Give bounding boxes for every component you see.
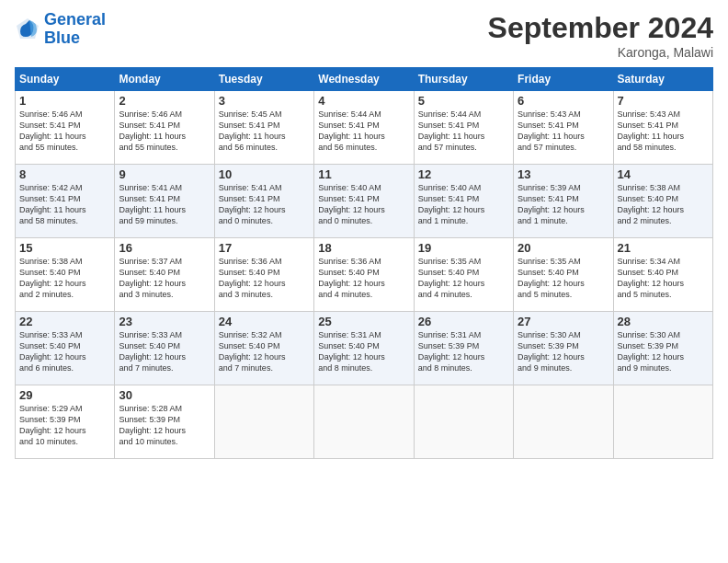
day-number: 6	[518, 94, 609, 108]
day-number: 23	[119, 315, 210, 328]
day-number: 11	[318, 167, 409, 181]
subtitle: Karonga, Malawi	[488, 45, 713, 60]
day-number: 8	[19, 167, 110, 181]
table-row	[314, 385, 414, 459]
table-row: 27Sunrise: 5:30 AM Sunset: 5:39 PM Dayli…	[514, 312, 613, 385]
day-number: 19	[418, 241, 509, 255]
table-row: 12Sunrise: 5:40 AM Sunset: 5:41 PM Dayli…	[414, 165, 513, 238]
cell-info: Sunrise: 5:44 AM Sunset: 5:41 PM Dayligh…	[418, 109, 509, 154]
table-row: 11Sunrise: 5:40 AM Sunset: 5:41 PM Dayli…	[314, 165, 414, 238]
table-row: 4Sunrise: 5:44 AM Sunset: 5:41 PM Daylig…	[314, 91, 414, 165]
table-row: 19Sunrise: 5:35 AM Sunset: 5:40 PM Dayli…	[414, 238, 513, 312]
cell-info: Sunrise: 5:33 AM Sunset: 5:40 PM Dayligh…	[19, 329, 110, 374]
week-row-2: 8Sunrise: 5:42 AM Sunset: 5:41 PM Daylig…	[16, 165, 713, 238]
cell-info: Sunrise: 5:38 AM Sunset: 5:40 PM Dayligh…	[618, 182, 709, 227]
day-number: 22	[19, 315, 110, 328]
cell-info: Sunrise: 5:28 AM Sunset: 5:39 PM Dayligh…	[119, 403, 210, 448]
cell-info: Sunrise: 5:36 AM Sunset: 5:40 PM Dayligh…	[318, 256, 409, 301]
table-row: 21Sunrise: 5:34 AM Sunset: 5:40 PM Dayli…	[613, 238, 712, 312]
cell-info: Sunrise: 5:42 AM Sunset: 5:41 PM Dayligh…	[19, 182, 110, 227]
table-row: 1Sunrise: 5:46 AM Sunset: 5:41 PM Daylig…	[16, 91, 115, 165]
day-number: 20	[518, 241, 609, 255]
table-row: 17Sunrise: 5:36 AM Sunset: 5:40 PM Dayli…	[214, 238, 313, 312]
col-header-monday: Monday	[115, 68, 214, 91]
cell-info: Sunrise: 5:31 AM Sunset: 5:39 PM Dayligh…	[418, 329, 509, 374]
day-number: 24	[219, 315, 310, 328]
col-header-wednesday: Wednesday	[314, 68, 414, 91]
day-number: 3	[219, 94, 310, 108]
col-header-friday: Friday	[514, 68, 613, 91]
col-header-tuesday: Tuesday	[214, 68, 313, 91]
day-number: 5	[418, 94, 509, 108]
cell-info: Sunrise: 5:31 AM Sunset: 5:40 PM Dayligh…	[318, 329, 409, 374]
table-row: 24Sunrise: 5:32 AM Sunset: 5:40 PM Dayli…	[214, 312, 313, 385]
table-row: 13Sunrise: 5:39 AM Sunset: 5:41 PM Dayli…	[514, 165, 613, 238]
day-number: 30	[119, 388, 210, 402]
cell-info: Sunrise: 5:40 AM Sunset: 5:41 PM Dayligh…	[418, 182, 509, 227]
cell-info: Sunrise: 5:37 AM Sunset: 5:40 PM Dayligh…	[119, 256, 210, 301]
week-row-3: 15Sunrise: 5:38 AM Sunset: 5:40 PM Dayli…	[16, 238, 713, 312]
table-row: 6Sunrise: 5:43 AM Sunset: 5:41 PM Daylig…	[514, 91, 613, 165]
table-row: 7Sunrise: 5:43 AM Sunset: 5:41 PM Daylig…	[613, 91, 712, 165]
day-number: 4	[318, 94, 409, 108]
table-row	[414, 385, 513, 459]
table-row: 20Sunrise: 5:35 AM Sunset: 5:40 PM Dayli…	[514, 238, 613, 312]
cell-info: Sunrise: 5:29 AM Sunset: 5:39 PM Dayligh…	[19, 403, 110, 448]
logo-icon	[15, 17, 40, 42]
cell-info: Sunrise: 5:33 AM Sunset: 5:40 PM Dayligh…	[119, 329, 210, 374]
day-number: 28	[618, 315, 709, 328]
table-row: 26Sunrise: 5:31 AM Sunset: 5:39 PM Dayli…	[414, 312, 513, 385]
table-row: 25Sunrise: 5:31 AM Sunset: 5:40 PM Dayli…	[314, 312, 414, 385]
cell-info: Sunrise: 5:39 AM Sunset: 5:41 PM Dayligh…	[518, 182, 609, 227]
week-row-4: 22Sunrise: 5:33 AM Sunset: 5:40 PM Dayli…	[16, 312, 713, 385]
table-row: 8Sunrise: 5:42 AM Sunset: 5:41 PM Daylig…	[16, 165, 115, 238]
cell-info: Sunrise: 5:30 AM Sunset: 5:39 PM Dayligh…	[618, 329, 709, 374]
day-number: 12	[418, 167, 509, 181]
page: General Blue September 2024 Karonga, Mal…	[0, 0, 728, 470]
table-row: 23Sunrise: 5:33 AM Sunset: 5:40 PM Dayli…	[115, 312, 214, 385]
day-number: 26	[418, 315, 509, 328]
table-row: 5Sunrise: 5:44 AM Sunset: 5:41 PM Daylig…	[414, 91, 513, 165]
day-number: 17	[219, 241, 310, 255]
header: General Blue September 2024 Karonga, Mal…	[15, 11, 713, 60]
day-number: 15	[19, 241, 110, 255]
cell-info: Sunrise: 5:46 AM Sunset: 5:41 PM Dayligh…	[119, 109, 210, 154]
table-row: 9Sunrise: 5:41 AM Sunset: 5:41 PM Daylig…	[115, 165, 214, 238]
cell-info: Sunrise: 5:45 AM Sunset: 5:41 PM Dayligh…	[219, 109, 310, 154]
week-row-1: 1Sunrise: 5:46 AM Sunset: 5:41 PM Daylig…	[16, 91, 713, 165]
cell-info: Sunrise: 5:35 AM Sunset: 5:40 PM Dayligh…	[518, 256, 609, 301]
day-number: 14	[618, 167, 709, 181]
col-header-thursday: Thursday	[414, 68, 513, 91]
cell-info: Sunrise: 5:44 AM Sunset: 5:41 PM Dayligh…	[318, 109, 409, 154]
calendar-table: SundayMondayTuesdayWednesdayThursdayFrid…	[15, 67, 713, 459]
table-row: 10Sunrise: 5:41 AM Sunset: 5:41 PM Dayli…	[214, 165, 313, 238]
month-title: September 2024	[488, 11, 713, 45]
day-number: 13	[518, 167, 609, 181]
week-row-5: 29Sunrise: 5:29 AM Sunset: 5:39 PM Dayli…	[16, 385, 713, 459]
cell-info: Sunrise: 5:36 AM Sunset: 5:40 PM Dayligh…	[219, 256, 310, 301]
day-number: 29	[19, 388, 110, 402]
table-row	[613, 385, 712, 459]
day-number: 21	[618, 241, 709, 255]
col-header-sunday: Sunday	[16, 68, 115, 91]
table-row	[214, 385, 313, 459]
table-row: 2Sunrise: 5:46 AM Sunset: 5:41 PM Daylig…	[115, 91, 214, 165]
col-header-saturday: Saturday	[613, 68, 712, 91]
table-row	[514, 385, 613, 459]
day-number: 2	[119, 94, 210, 108]
cell-info: Sunrise: 5:32 AM Sunset: 5:40 PM Dayligh…	[219, 329, 310, 374]
cell-info: Sunrise: 5:41 AM Sunset: 5:41 PM Dayligh…	[219, 182, 310, 227]
logo: General Blue	[15, 11, 106, 48]
header-row: SundayMondayTuesdayWednesdayThursdayFrid…	[16, 68, 713, 91]
table-row: 16Sunrise: 5:37 AM Sunset: 5:40 PM Dayli…	[115, 238, 214, 312]
cell-info: Sunrise: 5:38 AM Sunset: 5:40 PM Dayligh…	[19, 256, 110, 301]
logo-text: General Blue	[44, 11, 106, 48]
day-number: 18	[318, 241, 409, 255]
day-number: 9	[119, 167, 210, 181]
day-number: 27	[518, 315, 609, 328]
cell-info: Sunrise: 5:46 AM Sunset: 5:41 PM Dayligh…	[19, 109, 110, 154]
table-row: 18Sunrise: 5:36 AM Sunset: 5:40 PM Dayli…	[314, 238, 414, 312]
cell-info: Sunrise: 5:30 AM Sunset: 5:39 PM Dayligh…	[518, 329, 609, 374]
cell-info: Sunrise: 5:34 AM Sunset: 5:40 PM Dayligh…	[618, 256, 709, 301]
day-number: 16	[119, 241, 210, 255]
